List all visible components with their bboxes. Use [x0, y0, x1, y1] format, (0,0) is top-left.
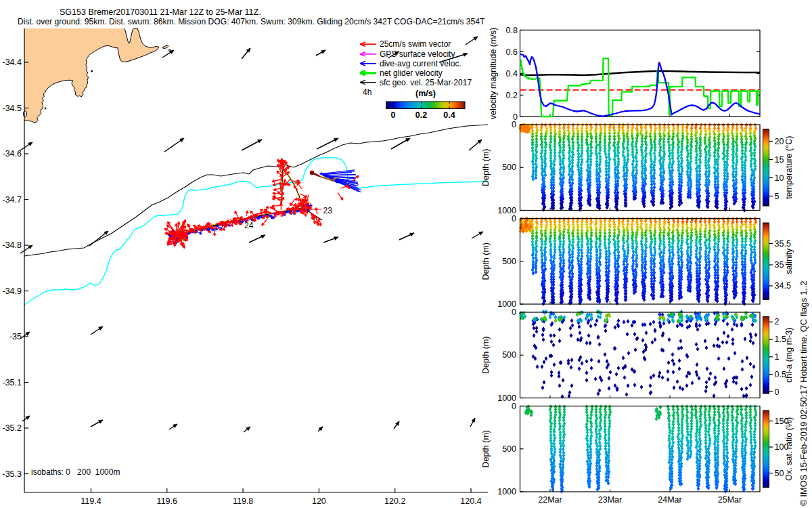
svg-text:25cm/s swim vector: 25cm/s swim vector: [380, 39, 451, 49]
svg-text:500: 500: [502, 444, 516, 454]
svg-text:2: 2: [775, 317, 780, 326]
svg-text:15: 15: [775, 155, 784, 165]
svg-text:0.4: 0.4: [443, 110, 455, 120]
svg-text:0: 0: [512, 120, 516, 129]
svg-text:119.8: 119.8: [233, 496, 253, 506]
svg-text:Depth (m): Depth (m): [481, 430, 491, 468]
svg-text:SG153 Bremer201703011 21-Mar 1: SG153 Bremer201703011 21-Mar 12Z to 25-M…: [60, 7, 261, 17]
svg-text:© IMOS 15-Feb-2019 02:50:17 Ho: © IMOS 15-Feb-2019 02:50:17 Hobart time.…: [798, 280, 809, 506]
svg-text:50: 50: [775, 469, 784, 478]
svg-text:1: 1: [775, 352, 780, 362]
svg-text:Depth (m): Depth (m): [481, 336, 491, 374]
svg-text:GPS surface velocity: GPS surface velocity: [380, 49, 455, 59]
svg-text:120.2: 120.2: [384, 496, 405, 506]
svg-text:0.6: 0.6: [506, 47, 518, 57]
svg-text:24Mar: 24Mar: [658, 495, 681, 505]
svg-text:24: 24: [244, 221, 254, 230]
svg-text:34.5: 34.5: [775, 281, 791, 291]
svg-text:Dist. over ground: 95km. Dist.: Dist. over ground: 95km. Dist. swum: 86k…: [18, 17, 485, 26]
svg-text:0.2: 0.2: [506, 91, 518, 100]
svg-text:-35.1: -35.1: [3, 378, 22, 387]
svg-text:net glider velocity: net glider velocity: [380, 68, 443, 78]
svg-text:22Mar: 22Mar: [538, 495, 562, 505]
svg-text:119.4: 119.4: [81, 496, 101, 506]
svg-text:35.5: 35.5: [775, 239, 791, 249]
svg-text:500: 500: [502, 257, 516, 266]
svg-text:4h: 4h: [363, 87, 371, 97]
svg-text:-35.3: -35.3: [3, 469, 22, 479]
svg-text:dive-avg current veloc.: dive-avg current veloc.: [380, 59, 461, 68]
svg-text:20: 20: [775, 137, 784, 146]
svg-text:5: 5: [775, 192, 780, 201]
svg-text:Depth (m): Depth (m): [481, 242, 491, 280]
svg-text:-34.8: -34.8: [3, 240, 22, 250]
svg-text:-34.9: -34.9: [3, 287, 22, 296]
svg-text:Ox. sat. ratio (%): Ox. sat. ratio (%): [784, 417, 794, 481]
svg-text:23: 23: [323, 206, 333, 215]
svg-text:500: 500: [502, 163, 516, 172]
svg-text:0.2: 0.2: [415, 110, 427, 120]
svg-text:Depth (m): Depth (m): [481, 148, 491, 186]
svg-text:0.4: 0.4: [506, 69, 518, 79]
svg-text:10: 10: [775, 173, 784, 183]
svg-text:0.8: 0.8: [506, 26, 518, 35]
svg-text:119.6: 119.6: [157, 496, 177, 506]
svg-text:sfc geo. vel. 25-Mar-2017: sfc geo. vel. 25-Mar-2017: [380, 78, 472, 87]
svg-text:-35: -35: [9, 332, 22, 341]
svg-text:isobaths: 0 200 1000m: isobaths: 0 200 1000m: [31, 467, 120, 477]
svg-text:23Mar: 23Mar: [598, 495, 622, 505]
svg-text:0: 0: [512, 214, 516, 224]
svg-text:-34.4: -34.4: [3, 58, 22, 67]
svg-text:(m/s): (m/s): [415, 89, 436, 98]
svg-text:120: 120: [312, 496, 326, 506]
svg-text:0: 0: [391, 110, 396, 120]
svg-text:0: 0: [775, 387, 780, 397]
svg-text:-34.6: -34.6: [3, 149, 22, 158]
svg-text:500: 500: [502, 350, 516, 360]
svg-text:temperature (°C): temperature (°C): [784, 136, 794, 199]
svg-text:25Mar: 25Mar: [718, 495, 742, 505]
svg-text:chl-a (mg m-3): chl-a (mg m-3): [784, 328, 794, 383]
svg-text:1000: 1000: [497, 487, 516, 496]
svg-text:0: 0: [512, 402, 516, 411]
svg-text:-34.7: -34.7: [3, 195, 22, 205]
svg-text:velocity magnitude (m/s): velocity magnitude (m/s): [489, 28, 498, 119]
svg-text:35: 35: [775, 260, 784, 270]
svg-text:-35.2: -35.2: [3, 423, 22, 433]
svg-text:salinity: salinity: [784, 248, 794, 274]
svg-text:-34.5: -34.5: [3, 104, 22, 113]
svg-text:0: 0: [512, 308, 516, 317]
svg-text:120.4: 120.4: [460, 496, 481, 506]
